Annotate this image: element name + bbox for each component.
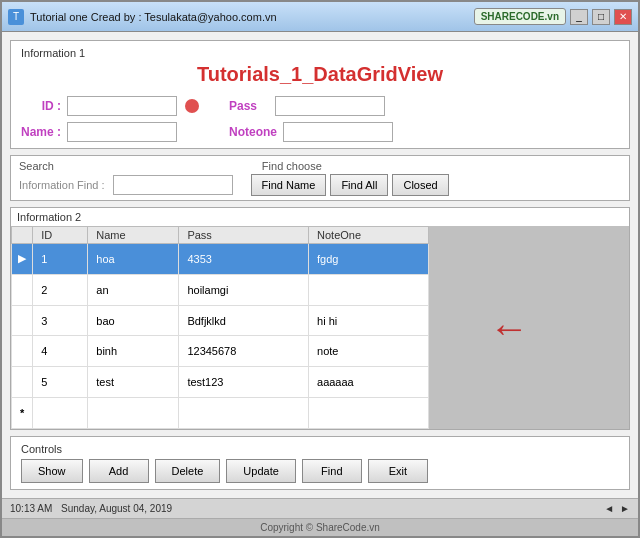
table-row[interactable]: 2anhoilamgi: [12, 274, 429, 305]
table-row[interactable]: 4binh12345678note: [12, 336, 429, 367]
name-input[interactable]: [67, 122, 177, 142]
cell-noteone: hi hi: [309, 305, 429, 336]
status-bar: 10:13 AM Sunday, August 04, 2019 ◄ ►: [2, 498, 638, 518]
arrow-icon: ←: [489, 305, 529, 350]
required-icon: [185, 99, 199, 113]
id-field-row: ID :: [21, 96, 199, 116]
name-field-row: Name :: [21, 122, 199, 142]
delete-button[interactable]: Delete: [155, 459, 221, 483]
controls-label: Controls: [21, 443, 619, 455]
row-indicator: [12, 367, 33, 398]
cell-noteone: [309, 274, 429, 305]
cell-pass: test123: [179, 367, 309, 398]
noteone-field-row: Noteone: [229, 122, 393, 142]
cell-name: hoa: [88, 244, 179, 275]
pass-label: Pass: [229, 99, 269, 113]
info-find-label: Information Find :: [19, 179, 105, 191]
sharecode-logo: SHARECODE.vn: [474, 8, 566, 25]
cell-pass: 4353: [179, 244, 309, 275]
pass-field-row: Pass: [229, 96, 393, 116]
cell-id: 5: [33, 367, 88, 398]
info2-label: Information 2: [11, 208, 629, 226]
window-title: Tutorial one Cread by : Tesulakata@yahoo…: [30, 11, 277, 23]
add-button[interactable]: Add: [89, 459, 149, 483]
info1-section: Information 1 Tutorials_1_DataGridView I…: [10, 40, 630, 149]
maximize-button[interactable]: □: [592, 9, 610, 25]
cell-name: an: [88, 274, 179, 305]
app-icon: T: [8, 9, 24, 25]
noteone-label: Noteone: [229, 125, 277, 139]
copyright-bar: Copyright © ShareCode.vn: [2, 518, 638, 536]
row-indicator: [12, 305, 33, 336]
find-name-button[interactable]: Find Name: [251, 174, 327, 196]
id-label: ID :: [21, 99, 61, 113]
cell-id: 4: [33, 336, 88, 367]
row-indicator: [12, 274, 33, 305]
find-choose-label: Find choose: [262, 160, 322, 172]
find-all-button[interactable]: Find All: [330, 174, 388, 196]
status-date: Sunday, August 04, 2019: [61, 503, 172, 514]
close-button[interactable]: ✕: [614, 9, 632, 25]
cell-noteone: aaaaaa: [309, 367, 429, 398]
cell-noteone: fgdg: [309, 244, 429, 275]
status-time-date: 10:13 AM Sunday, August 04, 2019: [10, 503, 172, 514]
main-window: T Tutorial one Cread by : Tesulakata@yah…: [0, 0, 640, 538]
search-section: Search Find choose Information Find : Fi…: [10, 155, 630, 201]
col-name-header: Name: [88, 227, 179, 244]
minimize-button[interactable]: _: [570, 9, 588, 25]
cell-pass: 12345678: [179, 336, 309, 367]
search-label: Search: [19, 160, 54, 172]
info2-section: Information 2 ID Name Pass NoteOne ▶1hoa…: [10, 207, 630, 430]
cell-pass: hoilamgi: [179, 274, 309, 305]
name-label: Name :: [21, 125, 61, 139]
col-pass-header: Pass: [179, 227, 309, 244]
closed-button[interactable]: Closed: [392, 174, 448, 196]
noteone-input[interactable]: [283, 122, 393, 142]
find-button[interactable]: Find: [302, 459, 362, 483]
info-find-input[interactable]: [113, 175, 233, 195]
data-grid: ID Name Pass NoteOne ▶1hoa4353fgdg2anhoi…: [11, 226, 429, 429]
row-indicator-header: [12, 227, 33, 244]
new-row: *: [12, 398, 429, 429]
controls-section: Controls ShowAddDeleteUpdateFindExit: [10, 436, 630, 490]
exit-button[interactable]: Exit: [368, 459, 428, 483]
cell-id: 1: [33, 244, 88, 275]
info1-label: Information 1: [21, 47, 619, 59]
cell-name: test: [88, 367, 179, 398]
main-title: Tutorials_1_DataGridView: [21, 63, 619, 86]
table-row[interactable]: ▶1hoa4353fgdg: [12, 244, 429, 275]
row-indicator: [12, 336, 33, 367]
main-content: Information 1 Tutorials_1_DataGridView I…: [2, 32, 638, 498]
cell-name: bao: [88, 305, 179, 336]
new-row-indicator: *: [12, 398, 33, 429]
grid-right-panel: ←: [429, 226, 629, 429]
row-indicator: ▶: [12, 244, 33, 275]
update-button[interactable]: Update: [226, 459, 295, 483]
status-time: 10:13 AM: [10, 503, 52, 514]
table-row[interactable]: 3baoBdfjklkdhi hi: [12, 305, 429, 336]
cell-id: 3: [33, 305, 88, 336]
form-fields: ID : Name : Pass No: [21, 96, 619, 142]
controls-buttons: ShowAddDeleteUpdateFindExit: [21, 459, 619, 483]
cell-id: 2: [33, 274, 88, 305]
grid-wrapper: ID Name Pass NoteOne ▶1hoa4353fgdg2anhoi…: [11, 226, 629, 429]
col-id-header: ID: [33, 227, 88, 244]
cell-pass: Bdfjklkd: [179, 305, 309, 336]
show-button[interactable]: Show: [21, 459, 83, 483]
id-input[interactable]: [67, 96, 177, 116]
cell-noteone: note: [309, 336, 429, 367]
cell-name: binh: [88, 336, 179, 367]
col-noteone-header: NoteOne: [309, 227, 429, 244]
copyright-text: Copyright © ShareCode.vn: [260, 522, 380, 533]
title-bar: T Tutorial one Cread by : Tesulakata@yah…: [2, 2, 638, 32]
pass-input[interactable]: [275, 96, 385, 116]
table-row[interactable]: 5testtest123aaaaaa: [12, 367, 429, 398]
